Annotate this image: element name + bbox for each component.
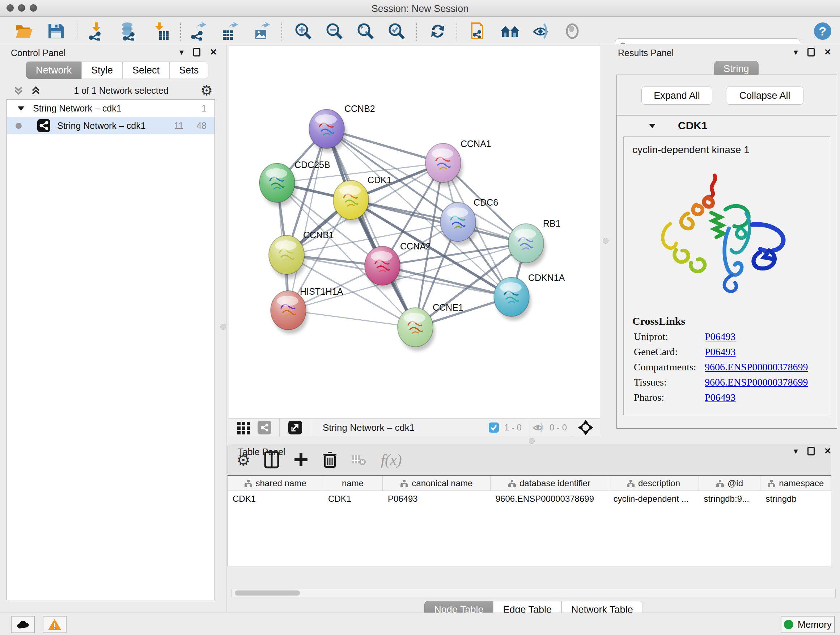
table-panel-title: Table Panel <box>238 447 286 457</box>
bottom-splitter-handle[interactable] <box>529 438 535 444</box>
crosslink-label: Pharos: <box>634 392 705 403</box>
table-panel-close-icon[interactable]: ✕ <box>824 446 831 456</box>
column-header-description[interactable]: description <box>608 476 699 491</box>
column-header-databaseidentifier[interactable]: database identifier <box>491 476 608 491</box>
control-panel-title: Control Panel <box>11 48 65 58</box>
table-cell: cyclin-dependent ... <box>608 491 699 507</box>
export-image-icon[interactable] <box>253 22 271 41</box>
expand-all-button[interactable]: Expand All <box>641 87 712 105</box>
delete-column-icon[interactable] <box>323 451 337 469</box>
open-session-icon[interactable] <box>14 22 33 41</box>
save-session-icon[interactable] <box>46 22 65 41</box>
table-panel-collapse-icon[interactable]: ▾ <box>794 446 798 456</box>
node-label-cdc6: CDC6 <box>474 197 498 207</box>
column-header-namespace[interactable]: namespace <box>760 476 831 491</box>
help-icon[interactable]: ? <box>813 22 832 41</box>
collapse-all-networks-icon[interactable] <box>12 84 25 97</box>
column-header-id[interactable]: @id <box>699 476 761 491</box>
selected-count: 1 - 0 <box>504 423 522 432</box>
hide-results-icon[interactable] <box>532 22 551 41</box>
network-list: String Network – cdk1 1 String Network –… <box>6 99 215 600</box>
import-network-database-icon[interactable] <box>118 22 137 41</box>
grid-view-icon[interactable] <box>237 420 251 435</box>
share-document-icon[interactable] <box>469 22 488 41</box>
crosslink-link[interactable]: P06493 <box>705 346 736 358</box>
zoom-selected-icon[interactable] <box>387 22 406 41</box>
protein-name: CDK1 <box>678 119 707 132</box>
control-panel-close-icon[interactable]: ✕ <box>210 47 217 57</box>
toolbar-separator <box>281 22 282 41</box>
export-network-file-icon[interactable] <box>189 22 208 41</box>
cloud-status-button[interactable] <box>11 616 35 633</box>
zoom-out-icon[interactable] <box>325 22 344 41</box>
table-row[interactable]: CDK1CDK1P064939606.ENSP00000378699cyclin… <box>227 491 831 507</box>
add-column-icon[interactable] <box>293 452 309 468</box>
birds-eye-crosshair-icon[interactable] <box>577 419 594 436</box>
protein-details: cyclin-dependent kinase 1 <box>623 136 830 415</box>
protein-expanded-icon[interactable] <box>648 122 656 130</box>
network-counters: 1 - 0 0 - 0 <box>488 418 600 437</box>
selected-checkbox-icon[interactable] <box>488 422 499 433</box>
crosslink-row: GeneCard:P06493 <box>634 346 830 358</box>
table-panel-float-icon[interactable] <box>807 447 815 455</box>
window-title: Session: New Session <box>0 3 840 14</box>
table-horizontal-scrollbar[interactable] <box>232 589 836 597</box>
refresh-view-icon[interactable] <box>428 22 447 41</box>
open-view-in-window-icon[interactable] <box>288 421 302 434</box>
export-table-file-icon[interactable] <box>221 22 240 41</box>
tab-select[interactable]: Select <box>123 62 169 79</box>
control-panel-float-icon[interactable] <box>193 48 201 57</box>
node-label-ccnb1: CCNB1 <box>303 230 334 240</box>
network-selection-status: 1 of 1 Network selected <box>42 86 201 96</box>
network-share-view-icon[interactable] <box>257 421 271 434</box>
crosslink-link[interactable]: 9606.ENSP00000378699 <box>705 361 808 373</box>
column-network-icon <box>627 479 635 487</box>
table-cell: stringdb:9... <box>699 491 761 507</box>
results-panel-close-icon[interactable]: ✕ <box>824 47 831 57</box>
import-table-file-icon[interactable] <box>151 22 170 41</box>
show-eye-icon[interactable] <box>563 22 582 41</box>
node-label-ccna1: CCNA1 <box>461 139 491 149</box>
collapse-all-button[interactable]: Collapse All <box>726 87 804 105</box>
crosslink-link[interactable]: P06493 <box>705 392 736 403</box>
network-row-selected[interactable]: String Network – cdk1 11 48 <box>7 117 215 134</box>
zoom-in-icon[interactable] <box>294 22 313 41</box>
network-canvas[interactable]: CCNB2CCNA1CDC25BCDK1CDC6RB1CCNB1CCNA2CDK… <box>229 45 600 418</box>
network-toolbar-separator <box>527 418 527 437</box>
crosslink-row: Pharos:P06493 <box>634 392 830 403</box>
network-collection-row[interactable]: String Network – cdk1 1 <box>7 100 215 117</box>
column-header-sharedname[interactable]: shared name <box>227 476 323 491</box>
import-network-file-icon[interactable] <box>87 22 106 41</box>
zoom-fit-icon[interactable] <box>356 22 375 41</box>
column-header-canonicalname[interactable]: canonical name <box>383 476 491 491</box>
network-list-gear-icon[interactable]: ⚙ <box>201 82 213 98</box>
column-header-name[interactable]: name <box>323 476 383 491</box>
crosslink-link[interactable]: P06493 <box>705 331 736 342</box>
delete-table-icon-disabled <box>351 453 367 466</box>
hidden-eye-icon <box>532 422 545 433</box>
tab-sets[interactable]: Sets <box>169 62 208 79</box>
results-panel-float-icon[interactable] <box>807 48 815 57</box>
crosslink-link[interactable]: 9606.ENSP00000378699 <box>705 377 808 388</box>
control-panel-tabs: Network Style Select Sets <box>26 62 208 79</box>
protein-section-header[interactable]: CDK1 <box>617 116 836 135</box>
network-graph[interactable]: CCNB2CCNA1CDC25BCDK1CDC6RB1CCNB1CCNA2CDK… <box>229 46 600 418</box>
column-network-icon <box>244 479 252 487</box>
control-panel-collapse-icon[interactable]: ▾ <box>180 47 184 57</box>
tab-style[interactable]: Style <box>81 62 123 79</box>
left-splitter-handle[interactable] <box>220 324 226 330</box>
table-panel: Table Panel ▾ ✕ ⚙ f(x) shared namenameca… <box>227 445 840 612</box>
collection-expanded-icon[interactable] <box>17 104 25 112</box>
home-icon[interactable] <box>500 22 519 41</box>
warnings-button[interactable] <box>43 616 66 633</box>
right-splitter-handle[interactable] <box>603 238 608 244</box>
results-panel-collapse-icon[interactable]: ▾ <box>794 47 798 57</box>
memory-button[interactable]: Memory <box>781 616 835 633</box>
hidden-count: 0 - 0 <box>549 423 567 432</box>
crosslink-label: Compartments: <box>634 361 705 373</box>
table-cell: CDK1 <box>323 491 383 507</box>
network-edge-count: 48 <box>196 120 207 131</box>
tab-network[interactable]: Network <box>26 62 81 79</box>
expand-all-networks-icon[interactable] <box>30 84 42 97</box>
scrollbar-thumb[interactable] <box>235 591 300 595</box>
